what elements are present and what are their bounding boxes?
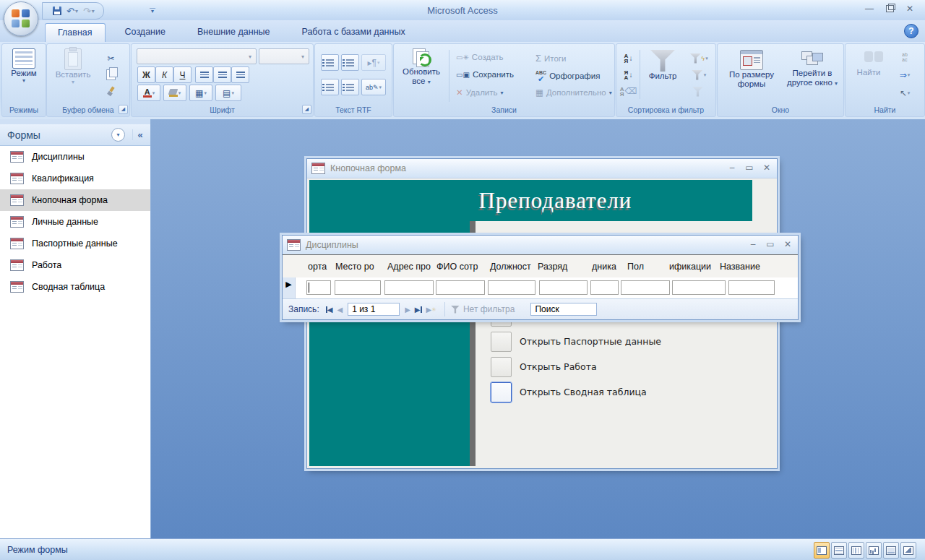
cut-button[interactable]: ✂ xyxy=(102,50,120,66)
next-record-button[interactable]: ▶ xyxy=(403,303,413,316)
sort-descending-button[interactable]: ЯА↓ xyxy=(619,66,637,83)
toggle-filter-button[interactable] xyxy=(689,83,707,100)
field-input[interactable] xyxy=(488,280,535,295)
restore-button[interactable] xyxy=(882,2,898,15)
help-button[interactable]: ? xyxy=(904,24,918,38)
column-header[interactable]: Название xyxy=(720,262,760,272)
close-button[interactable]: ✕ xyxy=(902,2,918,15)
font-color-button[interactable]: А▾ xyxy=(137,85,160,101)
underline-button[interactable]: Ч xyxy=(173,66,192,83)
open-passport-data-button[interactable] xyxy=(491,332,512,352)
column-header[interactable]: ФИО сотр xyxy=(436,262,478,272)
spelling-button[interactable]: ABC✔ Орфография xyxy=(535,70,600,82)
field-input[interactable] xyxy=(384,280,434,295)
column-header[interactable]: Должност xyxy=(490,262,531,272)
column-header[interactable]: ификации xyxy=(669,262,711,272)
nav-item-pivot-table[interactable]: Сводная таблица xyxy=(0,276,150,298)
numbering-button[interactable] xyxy=(321,79,339,95)
tab-home[interactable]: Главная xyxy=(45,23,106,42)
increase-indent-button[interactable] xyxy=(341,54,359,71)
switchboard-title-bar[interactable]: Кнопочная форма – ▭ ✕ xyxy=(307,159,777,178)
field-input[interactable] xyxy=(436,280,485,295)
gridlines-button[interactable]: ▦▾ xyxy=(189,85,212,101)
save-record-button[interactable]: ▭▣ Сохранить xyxy=(456,70,514,79)
minimize-button[interactable]: – xyxy=(728,163,736,173)
new-record-button[interactable]: ▭✳ Создать xyxy=(456,53,504,61)
minimize-button[interactable]: — xyxy=(861,2,877,15)
column-header[interactable]: Адрес про xyxy=(387,262,431,272)
office-button[interactable] xyxy=(4,1,38,36)
align-left-button[interactable] xyxy=(195,66,213,83)
text-direction-button[interactable]: ▸¶▾ xyxy=(361,54,386,71)
field-input[interactable] xyxy=(539,280,588,295)
bullets-button[interactable] xyxy=(341,79,359,95)
no-filter-indicator[interactable]: Нет фильтра xyxy=(451,304,515,314)
replace-button[interactable]: abac xyxy=(893,48,916,65)
select-button[interactable]: ↖▾ xyxy=(893,85,916,101)
filter-button[interactable]: Фильтр xyxy=(644,50,681,81)
paste-button[interactable]: Вставить▾ xyxy=(53,48,93,85)
more-records-button[interactable]: ▦ Дополнительно▾ xyxy=(535,87,612,98)
bold-button[interactable]: Ж xyxy=(137,66,155,83)
previous-record-button[interactable]: ◀ xyxy=(335,303,345,316)
nav-item-work[interactable]: Работа xyxy=(0,254,150,276)
nav-item-passport-data[interactable]: Паспортные данные xyxy=(0,233,150,254)
design-view-button[interactable] xyxy=(900,542,916,559)
search-input[interactable] xyxy=(530,303,597,316)
open-pivot-table-button[interactable] xyxy=(491,382,512,402)
field-input[interactable] xyxy=(335,280,381,295)
column-header[interactable]: Пол xyxy=(627,262,644,272)
format-painter-button[interactable] xyxy=(102,83,120,100)
nav-item-switchboard[interactable]: Кнопочная форма xyxy=(0,189,150,211)
close-button[interactable]: ✕ xyxy=(783,239,792,249)
record-selector[interactable]: ▶ xyxy=(283,277,296,298)
sort-ascending-button[interactable]: АЯ↓ xyxy=(619,50,637,66)
delete-record-button[interactable]: ✕ Удалить▾ xyxy=(456,87,504,98)
layout-view-button[interactable] xyxy=(883,542,899,559)
filter-by-form-button[interactable]: ▾ xyxy=(686,66,712,83)
align-center-button[interactable] xyxy=(213,66,231,83)
datasheet-view-button[interactable] xyxy=(831,542,847,559)
view-button[interactable]: Режим▾ xyxy=(8,48,40,83)
clear-sort-button[interactable]: АЯ⌫ xyxy=(619,83,637,100)
field-input[interactable] xyxy=(621,280,670,295)
font-size-combo[interactable]: ▾ xyxy=(259,48,309,64)
minimize-button[interactable]: – xyxy=(749,239,757,249)
decrease-indent-button[interactable] xyxy=(321,54,339,71)
maximize-button[interactable]: ▭ xyxy=(766,239,775,249)
nav-pane-menu-button[interactable]: ▾ xyxy=(111,128,125,142)
highlight-button[interactable]: ab✎▾ xyxy=(361,79,386,95)
copy-button[interactable] xyxy=(102,66,120,83)
field-input[interactable] xyxy=(306,280,331,295)
refresh-all-button[interactable]: Обновить все ▾ xyxy=(398,48,444,86)
column-header[interactable]: Разряд xyxy=(538,262,567,272)
font-name-combo[interactable]: ▾ xyxy=(137,48,257,64)
pivot-table-view-button[interactable] xyxy=(848,542,864,559)
alternate-fill-button[interactable]: ▤▾ xyxy=(215,85,241,101)
goto-button[interactable]: ⇒▾ xyxy=(893,66,916,83)
advanced-filter-button[interactable]: ϟ▾ xyxy=(686,50,712,66)
open-work-button[interactable] xyxy=(491,357,512,377)
nav-item-personal-data[interactable]: Личные данные xyxy=(0,211,150,233)
last-record-button[interactable]: ▶ xyxy=(413,303,424,316)
tab-create[interactable]: Создание xyxy=(113,23,178,42)
field-input[interactable] xyxy=(672,280,726,295)
font-dialog-launcher[interactable]: ◢ xyxy=(302,105,311,114)
pivot-chart-view-button[interactable] xyxy=(866,542,882,559)
size-to-fit-form-button[interactable]: По размеру формы xyxy=(722,50,781,89)
clipboard-dialog-launcher[interactable]: ◢ xyxy=(119,105,128,114)
nav-pane-collapse-button[interactable]: « xyxy=(132,129,147,140)
column-header[interactable]: дника xyxy=(592,262,616,272)
find-button[interactable]: Найти xyxy=(850,51,887,77)
field-input[interactable] xyxy=(728,280,775,295)
switch-windows-button[interactable]: Перейти в другое окно ▾ xyxy=(784,50,840,87)
close-button[interactable]: ✕ xyxy=(762,163,771,173)
nav-item-qualification[interactable]: Квалификация xyxy=(0,168,150,189)
fill-color-button[interactable]: ▾ xyxy=(163,85,186,101)
maximize-button[interactable]: ▭ xyxy=(745,163,754,173)
disciplines-title-bar[interactable]: Дисциплины – ▭ ✕ xyxy=(283,236,798,255)
nav-item-disciplines[interactable]: Дисциплины xyxy=(0,146,150,168)
record-position-box[interactable]: 1 из 1 xyxy=(348,303,400,316)
align-right-button[interactable] xyxy=(231,66,249,83)
totals-button[interactable]: Σ Итоги xyxy=(535,53,566,64)
